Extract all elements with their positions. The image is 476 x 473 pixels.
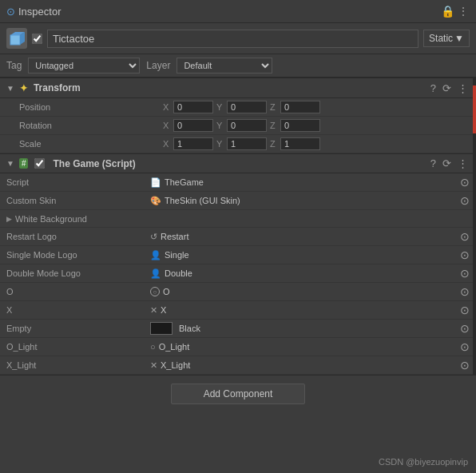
- x-row: X ✕ X ⊙: [0, 301, 476, 320]
- pos-x-input[interactable]: [173, 101, 213, 113]
- o-light-icon: ○: [150, 342, 156, 352]
- thegame-arrow: ▼: [6, 159, 14, 168]
- thegame-section-header[interactable]: ▼ # The Game (Script) ? ⟳ ⋮: [0, 153, 476, 173]
- position-row: Position X Y Z: [0, 98, 476, 117]
- empty-target-icon[interactable]: ⊙: [460, 322, 470, 335]
- x-light-value: ✕ X_Light ⊙: [150, 359, 470, 372]
- object-name-input[interactable]: [47, 30, 418, 48]
- rotation-value: X Y Z: [163, 119, 470, 132]
- empty-row: Empty Black ⊙: [0, 320, 476, 338]
- skin-icon: 🎨: [150, 196, 161, 206]
- skin-target-icon[interactable]: ⊙: [460, 194, 470, 207]
- rot-y-input[interactable]: [227, 119, 267, 132]
- empty-label: Empty: [6, 324, 150, 333]
- pos-z-input[interactable]: [280, 101, 320, 113]
- thegame-settings[interactable]: ⟳: [441, 157, 453, 169]
- double-mode-row: Double Mode Logo 👤 Double ⊙: [0, 264, 476, 283]
- o-icon: ○: [150, 287, 160, 296]
- transform-icon: ✦: [19, 81, 29, 94]
- white-bg-expand-arrow: ▶: [6, 215, 12, 223]
- restart-target-icon[interactable]: ⊙: [460, 230, 470, 243]
- tag-select[interactable]: Untagged: [28, 58, 140, 74]
- scale-x-input[interactable]: [173, 137, 213, 150]
- thegame-icon: #: [19, 158, 29, 169]
- layer-select[interactable]: Default: [177, 58, 272, 74]
- x-light-name: X_Light: [161, 360, 190, 370]
- x-name: X: [161, 305, 166, 315]
- o-light-row: O_Light ○ O_Light ⊙: [0, 338, 476, 356]
- script-label: Script: [6, 177, 150, 187]
- single-mode-row: Single Mode Logo 👤 Single ⊙: [0, 246, 476, 264]
- thegame-menu[interactable]: ⋮: [456, 157, 470, 169]
- o-target-icon[interactable]: ⊙: [460, 285, 470, 298]
- double-icon: 👤: [150, 268, 161, 279]
- scale-x-letter: X: [163, 139, 171, 149]
- restart-name: Restart: [161, 232, 188, 241]
- script-name: TheGame: [165, 177, 204, 187]
- scale-z-letter: Z: [270, 139, 278, 149]
- transform-arrow: ▼: [6, 84, 14, 93]
- pos-y-input[interactable]: [227, 101, 267, 113]
- layer-label: Layer: [146, 60, 170, 71]
- x-light-row: X_Light ✕ X_Light ⊙: [0, 356, 476, 375]
- transform-title: Transform: [34, 82, 424, 93]
- double-target-icon[interactable]: ⊙: [460, 267, 470, 280]
- menu-icon[interactable]: ⋮: [457, 5, 470, 18]
- double-mode-value: 👤 Double ⊙: [150, 267, 470, 280]
- single-mode-label: Single Mode Logo: [6, 250, 150, 260]
- scale-y-letter: Y: [216, 139, 224, 149]
- script-value: 📄 TheGame ⊙: [150, 176, 470, 189]
- rot-z-input[interactable]: [280, 119, 320, 132]
- inspector-icon: ⊙: [6, 6, 15, 18]
- o-light-value: ○ O_Light ⊙: [150, 340, 470, 353]
- single-target-icon[interactable]: ⊙: [460, 248, 470, 261]
- transform-menu[interactable]: ⋮: [456, 82, 470, 94]
- position-label: Position: [19, 102, 163, 112]
- title-bar: ⊙ Inspector 🔒 ⋮: [0, 0, 476, 23]
- skin-name: TheSkin (GUI Skin): [165, 196, 240, 205]
- restart-logo-value: ↺ Restart ⊙: [150, 230, 470, 243]
- content-area: ▼ ✦ Transform ? ⟳ ⋮ Position X Y Z: [0, 78, 476, 375]
- o-light-target-icon[interactable]: ⊙: [460, 340, 470, 353]
- white-bg-label: White Background: [15, 214, 87, 224]
- transform-help[interactable]: ?: [429, 82, 438, 94]
- scale-z-input[interactable]: [280, 137, 320, 150]
- x-light-target-icon[interactable]: ⊙: [460, 359, 470, 372]
- x-value: ✕ X ⊙: [150, 304, 470, 316]
- empty-value: Black ⊙: [150, 322, 470, 335]
- transform-props: Position X Y Z Rotation: [0, 98, 476, 153]
- thegame-enabled-checkbox[interactable]: [34, 158, 45, 169]
- scrollbar-thumb[interactable]: [473, 85, 476, 133]
- rot-x-input[interactable]: [173, 119, 213, 132]
- tag-layer-row: Tag Untagged Layer Default: [0, 54, 476, 78]
- x-label: X: [6, 305, 150, 315]
- white-background-row[interactable]: ▶ White Background: [0, 210, 476, 228]
- transform-settings[interactable]: ⟳: [441, 82, 453, 94]
- title-text: Inspector: [18, 6, 61, 18]
- rot-y-letter: Y: [216, 121, 224, 130]
- add-component-button[interactable]: Add Component: [171, 384, 306, 404]
- rot-x-letter: X: [163, 121, 171, 130]
- x-light-label: X_Light: [6, 360, 150, 370]
- o-name: O: [163, 287, 170, 296]
- o-light-label: O_Light: [6, 342, 150, 352]
- thegame-help[interactable]: ?: [429, 157, 438, 169]
- svg-rect-0: [10, 35, 20, 45]
- x-target-icon[interactable]: ⊙: [460, 304, 470, 316]
- custom-skin-row: Custom Skin 🎨 TheSkin (GUI Skin) ⊙: [0, 192, 476, 210]
- pos-y-letter: Y: [216, 102, 224, 112]
- double-mode-label: Double Mode Logo: [6, 268, 150, 278]
- object-header: Static ▼: [0, 23, 476, 54]
- lock-icon[interactable]: 🔒: [441, 5, 454, 18]
- transform-section-header[interactable]: ▼ ✦ Transform ? ⟳ ⋮: [0, 78, 476, 98]
- rotation-row: Rotation X Y Z: [0, 117, 476, 135]
- object-enabled-checkbox[interactable]: [32, 34, 42, 44]
- script-target-icon[interactable]: ⊙: [460, 176, 470, 189]
- tag-label: Tag: [6, 60, 22, 71]
- scale-y-input[interactable]: [227, 137, 267, 150]
- static-button[interactable]: Static ▼: [423, 30, 470, 47]
- restart-icon: ↺: [150, 232, 157, 242]
- empty-color-swatch[interactable]: [150, 322, 173, 335]
- o-row: O ○ O ⊙: [0, 283, 476, 301]
- pos-x-letter: X: [163, 102, 171, 112]
